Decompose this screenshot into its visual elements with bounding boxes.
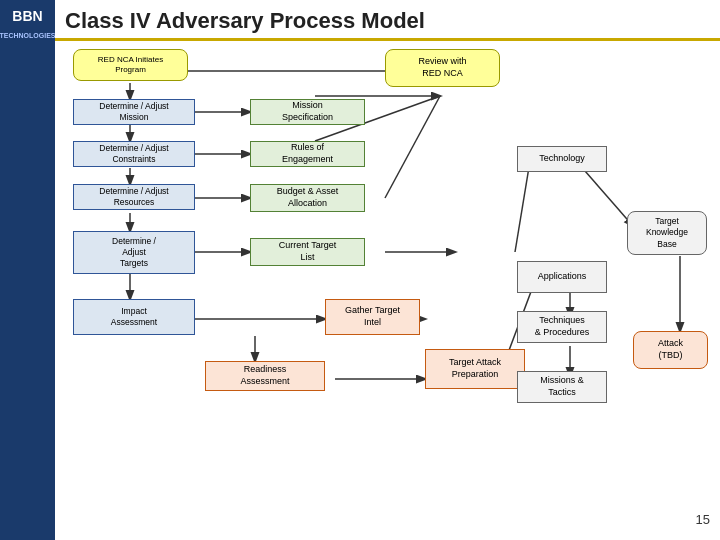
current-target-box: Current Target List xyxy=(250,238,365,266)
gather-intel-box: Gather Target Intel xyxy=(325,299,420,335)
red-nca-box: RED NCA Initiates Program xyxy=(73,49,188,81)
logo: BBN TECHNOLOGIES xyxy=(0,8,56,42)
attack-tbd-label: Attack (TBD) xyxy=(658,338,683,361)
rules-eng-box: Rules of Engagement xyxy=(250,141,365,167)
det-constraints-box: Determine / Adjust Constraints xyxy=(73,141,195,167)
logo-sub-text: TECHNOLOGIES xyxy=(0,32,56,39)
det-mission-box: Determine / Adjust Mission xyxy=(73,99,195,125)
det-resources-label: Determine / Adjust Resources xyxy=(99,186,168,208)
target-attack-label: Target Attack Preparation xyxy=(449,357,501,380)
logo-text: BBN xyxy=(12,8,42,24)
page-number: 15 xyxy=(696,512,710,527)
sidebar: BBN TECHNOLOGIES xyxy=(0,0,55,540)
techniques-box: Techniques & Procedures xyxy=(517,311,607,343)
techniques-label: Techniques & Procedures xyxy=(535,315,590,338)
mission-spec-box: Mission Specification xyxy=(250,99,365,125)
page-title: Class IV Adversary Process Model xyxy=(65,8,710,34)
impact-label: Impact Assessment xyxy=(111,306,157,328)
target-kb-label: Target Knowledge Base xyxy=(646,216,688,249)
current-target-label: Current Target List xyxy=(279,240,336,263)
svg-line-23 xyxy=(515,161,530,252)
det-resources-box: Determine / Adjust Resources xyxy=(73,184,195,210)
diagram: RED NCA Initiates Program Review with RE… xyxy=(55,41,720,531)
missions-tactics-label: Missions & Tactics xyxy=(540,375,584,398)
gather-intel-label: Gather Target Intel xyxy=(345,305,400,328)
review-nca-label: Review with RED NCA xyxy=(418,56,466,79)
budget-label: Budget & Asset Allocation xyxy=(277,186,339,209)
readiness-box: Readiness Assessment xyxy=(205,361,325,391)
det-targets-box: Determine / Adjust Targets xyxy=(73,231,195,274)
red-nca-label: RED NCA Initiates Program xyxy=(98,55,163,76)
missions-tactics-box: Missions & Tactics xyxy=(517,371,607,403)
attack-tbd-box: Attack (TBD) xyxy=(633,331,708,369)
target-kb-box: Target Knowledge Base xyxy=(627,211,707,255)
budget-box: Budget & Asset Allocation xyxy=(250,184,365,212)
applications-box: Applications xyxy=(517,261,607,293)
det-targets-label: Determine / Adjust Targets xyxy=(112,236,156,269)
rules-eng-label: Rules of Engagement xyxy=(282,142,333,165)
technology-box: Technology xyxy=(517,146,607,172)
readiness-label: Readiness Assessment xyxy=(240,364,289,387)
technology-label: Technology xyxy=(539,153,585,165)
applications-label: Applications xyxy=(538,271,587,283)
svg-line-12 xyxy=(385,96,440,198)
review-nca-box: Review with RED NCA xyxy=(385,49,500,87)
svg-line-18 xyxy=(585,171,633,226)
mission-spec-label: Mission Specification xyxy=(282,100,333,123)
det-constraints-label: Determine / Adjust Constraints xyxy=(99,143,168,165)
title-bar: Class IV Adversary Process Model xyxy=(55,0,720,41)
main-content: Class IV Adversary Process Model xyxy=(55,0,720,540)
det-mission-label: Determine / Adjust Mission xyxy=(99,101,168,123)
impact-box: Impact Assessment xyxy=(73,299,195,335)
target-attack-box: Target Attack Preparation xyxy=(425,349,525,389)
